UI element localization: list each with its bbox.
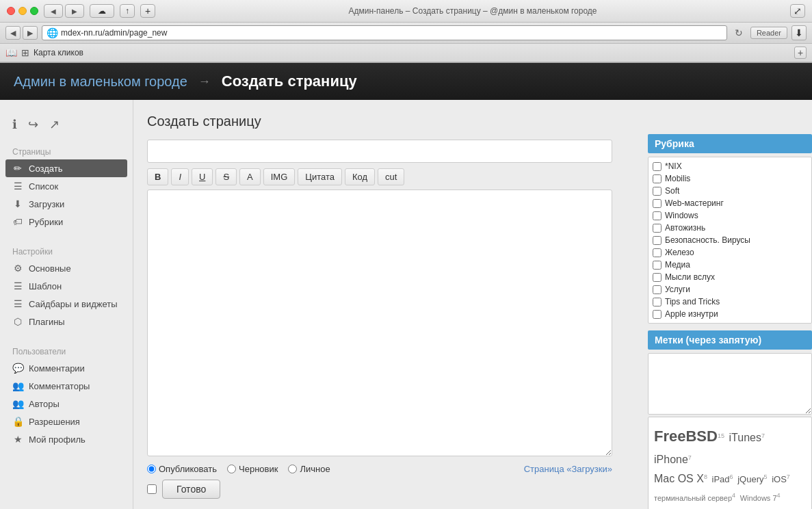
rubric-security-checkbox[interactable] [653,236,662,245]
tag-jquery[interactable]: jQuery5 [737,474,767,484]
close-button[interactable] [7,7,15,15]
sidebar-item-basic[interactable]: ⚙ Основные [0,259,133,277]
draft-radio-label[interactable]: Черновик [227,464,278,474]
rubric-soft-label: Soft [665,186,679,196]
bookmark-icon[interactable]: 📖 [5,47,17,58]
section-title-settings: Настройки [0,242,133,259]
rubric-item-windows: Windows [653,209,807,222]
nav-buttons: ◀ ▶ [44,4,84,18]
content-textarea[interactable] [147,190,612,456]
tag-itunes[interactable]: iTunes7 [729,433,765,443]
reader-button[interactable]: Reader [750,27,787,39]
export-icon[interactable]: ↗ [49,117,60,132]
main-content: Создать страницу B I U S A IMG Цитата Ко… [133,100,641,509]
rubric-windows-checkbox[interactable] [653,211,662,220]
link-button[interactable]: A [239,168,261,185]
forward-button[interactable]: ▶ [65,4,84,18]
window-title: Админ-панель – Создать страницу – @дмин … [161,6,785,16]
submit-button[interactable]: Готово [162,480,220,499]
add-bookmark-button[interactable]: + [794,47,807,59]
address-bar[interactable]: 🌐 mdex-nn.ru/admin/page_new [42,25,727,40]
bold-button[interactable]: B [147,168,168,185]
share-icon[interactable]: ↪ [28,117,38,132]
addr-back-button[interactable]: ◀ [5,26,21,40]
rubric-soft-checkbox[interactable] [653,187,662,196]
comments-icon: 💬 [12,363,23,374]
minimize-button[interactable] [18,7,27,15]
sidebar-item-template[interactable]: ☰ Шаблон [0,277,133,295]
back-button[interactable]: ◀ [44,4,63,18]
add-tab-button[interactable]: + [140,4,155,18]
grid-icon[interactable]: ⊞ [21,47,29,58]
reload-button[interactable]: ↻ [731,25,746,40]
italic-button[interactable]: I [171,168,189,185]
rubric-tips-checkbox[interactable] [653,298,662,306]
sidebar-item-comments[interactable]: 💬 Комментарии [0,359,133,377]
window-chrome: ◀ ▶ ☁ ↑ + Админ-панель – Создать страниц… [0,0,812,63]
gear-icon: ⚙ [12,263,23,274]
sidebar-item-profile[interactable]: ★ Мой профиль [0,430,133,448]
download-button[interactable]: ⬇ [791,25,807,40]
sidebar-item-commenters[interactable]: 👥 Комментаторы [0,377,133,395]
submit-checkbox[interactable] [147,484,157,494]
section-title-users: Пользователи [0,341,133,359]
tag-termserver[interactable]: терминальный сервер4 [654,493,735,503]
resize-button[interactable]: ⤢ [790,4,805,18]
addr-forward-button[interactable]: ▶ [23,26,38,40]
list-icon: ☰ [12,181,23,192]
sidebar-item-sidebars[interactable]: ☰ Сайдбары и виджеты [0,295,133,313]
tag-windows7[interactable]: Windows 74 [740,493,781,503]
sidebar-item-rubrics-label: Рубрики [29,217,63,227]
strikethrough-button[interactable]: S [215,168,237,185]
sidebar-item-permissions[interactable]: 🔒 Разрешения [0,413,133,430]
lock-icon: 🔒 [12,416,23,427]
info-icon[interactable]: ℹ [12,117,17,132]
rubric-media-checkbox[interactable] [653,261,662,270]
rubric-item-apple: Apple изнутри [653,308,807,320]
tag-ios[interactable]: iOS7 [772,474,790,484]
private-radio-label[interactable]: Личное [288,464,330,474]
tag-iphone[interactable]: iPhone7 [654,455,692,465]
rubric-webmaster-checkbox[interactable] [653,199,662,208]
rubric-item-autolife: Автожизнь [653,222,807,234]
draft-radio[interactable] [227,465,236,473]
rubric-services-checkbox[interactable] [653,285,662,294]
rubric-section: Рубрика *NIX Mobilis Soft [648,134,812,324]
rubric-services-label: Услуги [665,285,690,294]
tag-freebsd[interactable]: FreeBSD15 [654,433,724,443]
quote-button[interactable]: Цитата [298,168,342,185]
maximize-button[interactable] [30,7,38,15]
rubric-nix-label: *NIX [665,161,682,171]
rubric-thoughts-checkbox[interactable] [653,273,662,282]
sidebar-item-plugins[interactable]: ⬡ Плагины [0,313,133,330]
sidebar-item-downloads[interactable]: ⬇ Загрузки [0,195,133,213]
publish-radio[interactable] [147,465,156,473]
img-button[interactable]: IMG [263,168,296,185]
sidebar-item-rubrics[interactable]: 🏷 Рубрики [0,213,133,231]
tags-textarea[interactable] [648,353,812,415]
tag-macosx[interactable]: Mac OS X8 [654,474,707,484]
tag-ipad[interactable]: iPad6 [712,474,733,484]
title-bar: ◀ ▶ ☁ ↑ + Админ-панель – Создать страниц… [0,0,812,23]
rubric-mobilis-checkbox[interactable] [653,174,662,183]
rubric-iron-checkbox[interactable] [653,248,662,257]
rubric-nix-checkbox[interactable] [653,162,662,171]
publish-radio-label[interactable]: Опубликовать [147,464,217,474]
site-name-link[interactable]: Админ в маленьком городе [14,74,187,90]
rubric-apple-checkbox[interactable] [653,310,662,319]
rubric-item-mobilis: Mobilis [653,172,807,185]
bookmark-label[interactable]: Карта кликов [34,48,83,57]
cloud-button[interactable]: ☁ [90,4,114,18]
sidebar-item-create[interactable]: ✏ Создать [5,159,127,177]
sidebar-item-authors[interactable]: 👥 Авторы [0,395,133,413]
rubric-autolife-checkbox[interactable] [653,224,662,233]
cut-button[interactable]: cut [378,168,404,185]
code-button[interactable]: Код [345,168,375,185]
underline-button[interactable]: U [192,168,213,185]
share-button[interactable]: ↑ [120,4,135,18]
rubric-mobilis-label: Mobilis [665,174,690,183]
page-downloads-link[interactable]: Страница «Загрузки» [524,464,612,474]
private-radio[interactable] [288,465,297,473]
sidebar-item-list[interactable]: ☰ Список [0,177,133,195]
title-input[interactable] [147,140,612,163]
